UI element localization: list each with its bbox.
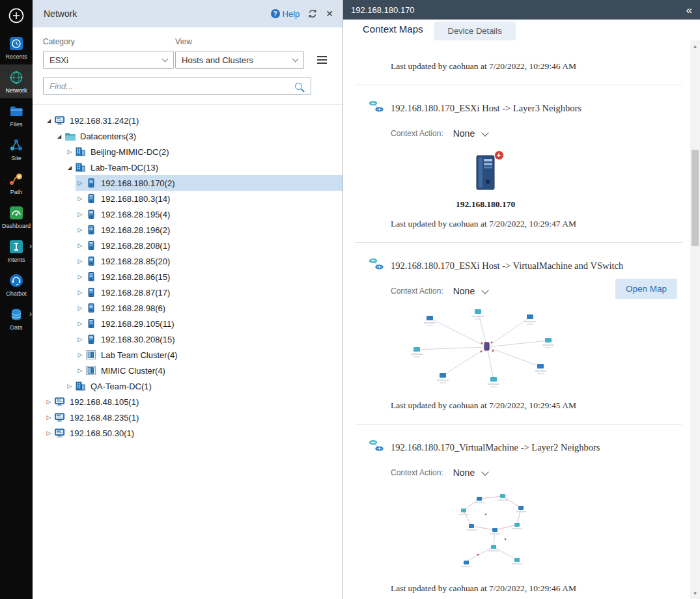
expand-toggle-icon[interactable]: ▷ [76, 227, 85, 233]
map-icon [368, 257, 384, 274]
scroll-up-icon[interactable]: ▲ [690, 42, 700, 51]
rail-item-data[interactable]: Data› [0, 301, 33, 335]
tree-node[interactable]: ▷192.168.28.86(15) [33, 269, 343, 285]
expand-toggle-icon[interactable]: ▷ [76, 320, 85, 327]
tree-node[interactable]: ▷192.168.28.98(6) [33, 300, 343, 316]
menu-icon[interactable] [317, 56, 327, 64]
rail-item-recents[interactable]: Recents [0, 31, 33, 64]
rail-item-path[interactable]: Path [0, 166, 33, 200]
scrollbar-thumb[interactable] [692, 150, 699, 246]
map-thumbnail[interactable]: +192.168.180.170 [456, 148, 515, 210]
tree-node[interactable]: ▷Lab Team Cluster(4) [33, 347, 343, 363]
tree-node[interactable]: ▷Beijing-MIMIC-DC(2) [33, 144, 343, 160]
rail-item-label: Data [10, 324, 22, 331]
scroll-down-icon[interactable]: ▼ [690, 589, 700, 598]
tree-node[interactable]: ◢Lab-Team-DC(13) [33, 160, 343, 175]
open-map-button[interactable]: Open Map [615, 279, 677, 299]
search-icon[interactable] [295, 83, 302, 90]
host-icon [85, 303, 97, 313]
tree-node[interactable]: ▷192.168.28.87(17) [33, 285, 343, 300]
panel-title: Network [44, 8, 77, 19]
chatbot-icon [9, 273, 23, 288]
host-icon [85, 194, 97, 203]
expand-toggle-icon[interactable]: ▷ [76, 336, 85, 342]
rail-item-network[interactable]: Network [0, 64, 33, 98]
context-action-value[interactable]: None [453, 286, 475, 296]
expand-toggle-icon[interactable]: ▷ [76, 289, 85, 296]
expand-toggle-icon[interactable]: ▷ [44, 414, 53, 421]
device-label: 192.168.180.170 [456, 199, 515, 210]
view-select[interactable]: Hosts and Clusters [175, 51, 304, 69]
rail-item-site[interactable]: Site [0, 132, 33, 166]
view-label: View [175, 37, 304, 46]
map-title: 192.168.180.170_VirtualMachine -> Layer2… [391, 442, 690, 453]
tree-node[interactable]: ▷192.168.28.208(1) [33, 238, 343, 253]
tree-node[interactable]: ▷192.168.50.30(1) [33, 425, 343, 441]
expand-toggle-icon[interactable]: ▷ [76, 273, 85, 280]
expand-toggle-icon[interactable]: ▷ [76, 258, 85, 264]
app-rail: RecentsNetworkFilesSitePathDashboardInte… [0, 0, 33, 599]
chevron-down-icon[interactable] [482, 286, 489, 294]
rail-item-dashboard[interactable]: Dashboard [0, 200, 33, 234]
tree-node[interactable]: ▷192.168.29.105(11) [33, 316, 343, 331]
tree-node[interactable]: ▷192.168.180.3(14) [33, 191, 343, 206]
close-icon[interactable]: ✕ [326, 8, 333, 19]
tree-node[interactable]: ▷MIMIC Cluster(4) [33, 363, 343, 378]
rail-item-files[interactable]: Files [0, 98, 33, 132]
expand-toggle-icon[interactable]: ▷ [44, 398, 53, 405]
help-label: Help [283, 9, 300, 19]
host-icon [85, 241, 97, 250]
expand-toggle-icon[interactable]: ▷ [76, 242, 85, 249]
tree-node[interactable]: ▷192.168.180.170(2) [33, 175, 343, 191]
tree-node[interactable]: ▷192.168.28.85(20) [33, 253, 343, 269]
tree-node[interactable]: ▷QA-Team-DC(1) [33, 378, 343, 394]
help-link[interactable]: ? Help [271, 9, 300, 19]
expand-toggle-icon[interactable]: ▷ [76, 305, 85, 311]
collapse-toggle-icon[interactable]: ◢ [44, 118, 53, 124]
expand-toggle-icon[interactable]: ▷ [44, 430, 53, 436]
tree-node[interactable]: ▷192.168.28.196(2) [33, 222, 343, 238]
rail-item-chatbot[interactable]: Chatbot [0, 268, 33, 301]
detail-title: 192.168.180.170 [351, 5, 415, 15]
tree-node-label: 192.168.180.170(2) [101, 178, 175, 188]
expand-toggle-icon[interactable]: ▷ [76, 352, 85, 358]
collapse-panel-icon[interactable]: « [686, 5, 692, 16]
tab-device-details[interactable]: Device Details [434, 21, 516, 40]
tree-node[interactable]: ◢192.168.31.242(1) [33, 113, 343, 128]
map-thumbnail[interactable] [396, 305, 690, 391]
chevron-down-icon[interactable] [482, 129, 489, 136]
intents-icon [9, 239, 23, 255]
expand-toggle-icon[interactable]: ▷ [76, 195, 85, 202]
map-thumbnail[interactable] [414, 487, 690, 574]
vertical-scrollbar[interactable]: ▲ ▼ [690, 40, 700, 599]
rail-item-label: Chatbot [6, 290, 27, 297]
tree-node[interactable]: ▷192.168.28.195(4) [33, 206, 343, 222]
rail-item-intents[interactable]: Intents› [0, 234, 33, 268]
rail-item-label: Files [10, 121, 22, 128]
rail-item-new[interactable] [0, 0, 33, 31]
context-action-value[interactable]: None [453, 128, 475, 139]
tree-node[interactable]: ◢Datacenters(3) [33, 128, 343, 144]
vcenter-icon [53, 428, 66, 438]
collapse-toggle-icon[interactable]: ◢ [65, 165, 74, 171]
tree-node[interactable]: ▷192.168.48.235(1) [33, 410, 343, 425]
recents-icon [9, 36, 23, 51]
expand-toggle-icon[interactable]: ▷ [65, 383, 74, 389]
map-icon [368, 438, 384, 456]
network-panel-header: Network ? Help ✕ [33, 0, 343, 27]
tree-node[interactable]: ▷192.168.48.105(1) [33, 394, 343, 410]
map-title: 192.168.180.170_ESXi Host -> VirtualMach… [391, 260, 690, 272]
category-select[interactable]: ESXi [43, 51, 174, 69]
tree-node[interactable]: ▷192.168.30.208(15) [33, 331, 343, 347]
collapse-toggle-icon[interactable]: ◢ [55, 133, 64, 139]
refresh-icon[interactable] [308, 9, 317, 18]
find-input[interactable] [49, 81, 295, 91]
expand-toggle-icon[interactable]: ▷ [76, 211, 85, 217]
chevron-down-icon[interactable] [482, 468, 489, 475]
expand-toggle-icon[interactable]: ▷ [76, 367, 85, 374]
expand-toggle-icon[interactable]: ▷ [65, 148, 74, 155]
expand-toggle-icon[interactable]: ▷ [76, 180, 85, 186]
context-action-value[interactable]: None [453, 467, 475, 478]
tab-context-maps[interactable]: Context Maps [352, 23, 434, 40]
last-updated-text: Last updated by caohuan at 7/20/2022, 10… [391, 583, 690, 594]
